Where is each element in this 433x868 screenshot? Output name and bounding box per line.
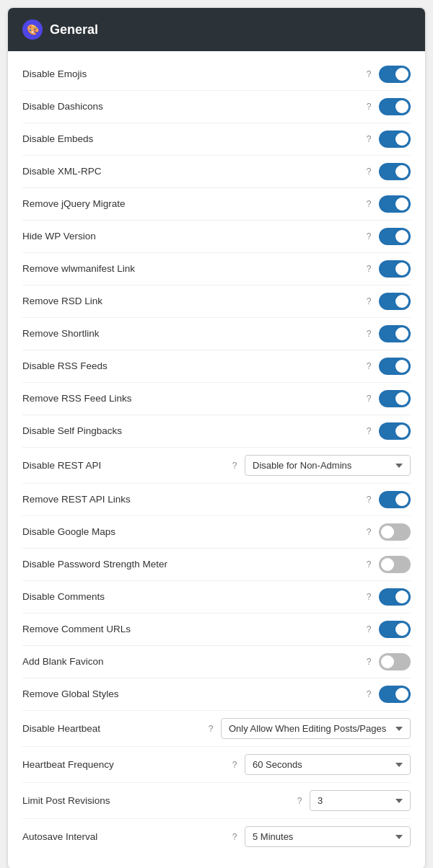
toggle-wrapper-remove-comment-urls bbox=[379, 621, 411, 638]
toggle-wrapper-remove-shortlink bbox=[379, 325, 411, 342]
slider-disable-self-pingbacks bbox=[379, 422, 411, 440]
setting-row-remove-rss-feed-links: Remove RSS Feed Links? bbox=[22, 383, 411, 415]
toggle-disable-emojis[interactable] bbox=[379, 66, 411, 83]
slider-disable-dashicons bbox=[379, 98, 411, 115]
slider-hide-wp-version bbox=[379, 228, 411, 245]
toggle-wrapper-disable-rss-feeds bbox=[379, 358, 411, 375]
help-icon-disable-dashicons[interactable]: ? bbox=[363, 102, 375, 112]
dropdown-limit-post-revisions[interactable]: 3510None bbox=[310, 790, 411, 811]
toggle-wrapper-remove-rsd-link bbox=[379, 293, 411, 310]
toggle-disable-xmlrpc[interactable] bbox=[379, 163, 411, 180]
toggle-remove-rss-feed-links[interactable] bbox=[379, 390, 411, 407]
setting-row-disable-self-pingbacks: Disable Self Pingbacks? bbox=[22, 415, 411, 448]
toggle-wrapper-remove-rest-api-links bbox=[379, 491, 411, 508]
setting-row-disable-heartbeat: Disable Heartbeat?Only Allow When Editin… bbox=[22, 711, 411, 747]
toggle-disable-comments[interactable] bbox=[379, 588, 411, 606]
slider-disable-embeds bbox=[379, 130, 411, 148]
label-disable-emojis: Disable Emojis bbox=[22, 68, 359, 81]
slider-disable-comments bbox=[379, 588, 411, 606]
toggle-wrapper-disable-xmlrpc bbox=[379, 163, 411, 180]
dropdown-wrapper-limit-post-revisions: 3510None bbox=[310, 790, 411, 811]
toggle-remove-shortlink[interactable] bbox=[379, 325, 411, 342]
toggle-wrapper-add-blank-favicon bbox=[379, 653, 411, 670]
slider-remove-jquery-migrate bbox=[379, 195, 411, 213]
toggle-wrapper-hide-wp-version bbox=[379, 228, 411, 245]
toggle-disable-password-strength-meter[interactable] bbox=[379, 556, 411, 573]
help-icon-disable-self-pingbacks[interactable]: ? bbox=[363, 426, 375, 436]
slider-disable-google-maps bbox=[379, 523, 411, 541]
help-icon-remove-rss-feed-links[interactable]: ? bbox=[363, 394, 375, 404]
help-icon-heartbeat-frequency[interactable]: ? bbox=[229, 760, 240, 770]
setting-row-disable-comments: Disable Comments? bbox=[22, 581, 411, 614]
help-icon-disable-emojis[interactable]: ? bbox=[363, 69, 375, 79]
help-icon-remove-global-styles[interactable]: ? bbox=[363, 689, 375, 699]
label-disable-dashicons: Disable Dashicons bbox=[22, 100, 359, 113]
help-icon-disable-heartbeat[interactable]: ? bbox=[205, 724, 216, 734]
toggle-disable-rss-feeds[interactable] bbox=[379, 358, 411, 375]
slider-remove-wlwmanifest-link bbox=[379, 260, 411, 278]
label-disable-comments: Disable Comments bbox=[22, 590, 359, 603]
setting-row-add-blank-favicon: Add Blank Favicon? bbox=[22, 646, 411, 678]
setting-row-remove-shortlink: Remove Shortlink? bbox=[22, 318, 411, 350]
help-icon-add-blank-favicon[interactable]: ? bbox=[363, 657, 375, 667]
toggle-wrapper-remove-rss-feed-links bbox=[379, 390, 411, 407]
label-disable-google-maps: Disable Google Maps bbox=[22, 526, 359, 539]
card-header: 🎨 General bbox=[8, 8, 425, 51]
help-icon-remove-rsd-link[interactable]: ? bbox=[363, 296, 375, 306]
dropdown-disable-rest-api[interactable]: Disable for Non-AdminsDisable for AllNon… bbox=[245, 455, 411, 476]
toggle-remove-rsd-link[interactable] bbox=[379, 293, 411, 310]
toggle-remove-global-styles[interactable] bbox=[379, 686, 411, 703]
label-disable-password-strength-meter: Disable Password Strength Meter bbox=[22, 558, 359, 571]
dropdown-autosave-interval[interactable]: 5 Minutes10 Minutes1 Minute bbox=[245, 826, 411, 847]
toggle-wrapper-disable-embeds bbox=[379, 130, 411, 148]
setting-row-disable-emojis: Disable Emojis? bbox=[22, 58, 411, 91]
setting-row-limit-post-revisions: Limit Post Revisions?3510None bbox=[22, 783, 411, 819]
setting-row-remove-jquery-migrate: Remove jQuery Migrate? bbox=[22, 188, 411, 221]
help-icon-hide-wp-version[interactable]: ? bbox=[363, 231, 375, 242]
toggle-disable-google-maps[interactable] bbox=[379, 523, 411, 541]
toggle-disable-self-pingbacks[interactable] bbox=[379, 422, 411, 440]
dropdown-wrapper-autosave-interval: 5 Minutes10 Minutes1 Minute bbox=[245, 826, 411, 847]
help-icon-disable-comments[interactable]: ? bbox=[363, 592, 375, 602]
help-icon-remove-comment-urls[interactable]: ? bbox=[363, 624, 375, 634]
help-icon-disable-password-strength-meter[interactable]: ? bbox=[363, 559, 375, 570]
help-icon-remove-rest-api-links[interactable]: ? bbox=[363, 495, 375, 505]
dropdown-wrapper-disable-rest-api: Disable for Non-AdminsDisable for AllNon… bbox=[245, 455, 411, 476]
toggle-wrapper-disable-comments bbox=[379, 588, 411, 606]
label-remove-global-styles: Remove Global Styles bbox=[22, 688, 359, 701]
dropdown-disable-heartbeat[interactable]: Only Allow When Editing Posts/PagesDisab… bbox=[221, 718, 411, 739]
setting-row-disable-password-strength-meter: Disable Password Strength Meter? bbox=[22, 549, 411, 581]
dropdown-heartbeat-frequency[interactable]: 60 Seconds30 Seconds120 Seconds bbox=[245, 754, 411, 775]
toggle-disable-embeds[interactable] bbox=[379, 130, 411, 148]
toggle-wrapper-disable-emojis bbox=[379, 66, 411, 83]
help-icon-remove-jquery-migrate[interactable]: ? bbox=[363, 199, 375, 209]
setting-row-remove-rest-api-links: Remove REST API Links? bbox=[22, 484, 411, 516]
label-disable-heartbeat: Disable Heartbeat bbox=[22, 722, 201, 735]
toggle-remove-jquery-migrate[interactable] bbox=[379, 195, 411, 213]
help-icon-disable-rest-api[interactable]: ? bbox=[229, 461, 240, 471]
toggle-wrapper-remove-wlwmanifest-link bbox=[379, 260, 411, 278]
slider-disable-xmlrpc bbox=[379, 163, 411, 180]
slider-disable-password-strength-meter bbox=[379, 556, 411, 573]
toggle-hide-wp-version[interactable] bbox=[379, 228, 411, 245]
slider-remove-rss-feed-links bbox=[379, 390, 411, 407]
help-icon-autosave-interval[interactable]: ? bbox=[229, 832, 240, 842]
help-icon-disable-rss-feeds[interactable]: ? bbox=[363, 361, 375, 371]
setting-row-disable-dashicons: Disable Dashicons? bbox=[22, 91, 411, 123]
toggle-disable-dashicons[interactable] bbox=[379, 98, 411, 115]
toggle-remove-wlwmanifest-link[interactable] bbox=[379, 260, 411, 278]
toggle-wrapper-disable-password-strength-meter bbox=[379, 556, 411, 573]
help-icon-disable-xmlrpc[interactable]: ? bbox=[363, 167, 375, 177]
setting-row-remove-rsd-link: Remove RSD Link? bbox=[22, 285, 411, 318]
help-icon-remove-shortlink[interactable]: ? bbox=[363, 329, 375, 339]
help-icon-disable-google-maps[interactable]: ? bbox=[363, 527, 375, 537]
label-disable-self-pingbacks: Disable Self Pingbacks bbox=[22, 425, 359, 438]
help-icon-limit-post-revisions[interactable]: ? bbox=[294, 796, 305, 806]
help-icon-remove-wlwmanifest-link[interactable]: ? bbox=[363, 264, 375, 274]
label-disable-xmlrpc: Disable XML-RPC bbox=[22, 165, 359, 178]
toggle-remove-comment-urls[interactable] bbox=[379, 621, 411, 638]
help-icon-disable-embeds[interactable]: ? bbox=[363, 134, 375, 144]
dropdown-wrapper-heartbeat-frequency: 60 Seconds30 Seconds120 Seconds bbox=[245, 754, 411, 775]
toggle-remove-rest-api-links[interactable] bbox=[379, 491, 411, 508]
toggle-add-blank-favicon[interactable] bbox=[379, 653, 411, 670]
